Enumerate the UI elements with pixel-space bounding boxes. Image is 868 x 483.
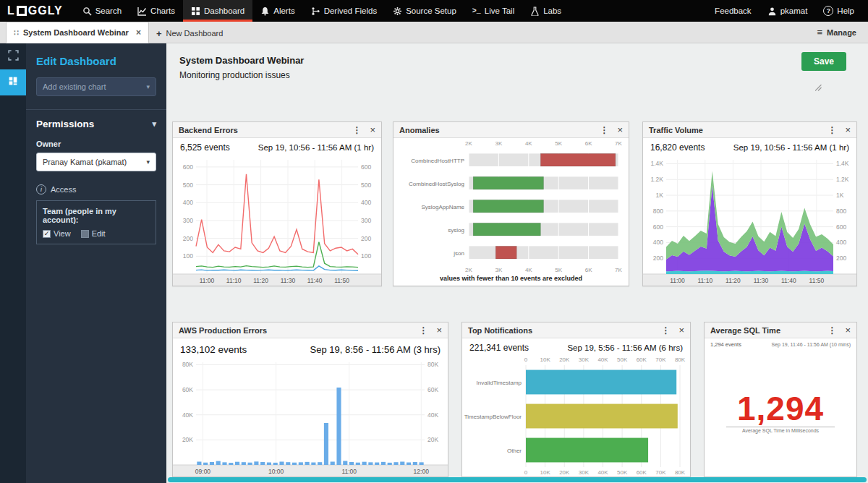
close-panel-icon[interactable]: × (678, 325, 684, 335)
svg-text:600: 600 (183, 163, 193, 171)
view-checkbox[interactable]: ✓ (43, 230, 51, 238)
panel-title: Backend Errors (179, 126, 238, 134)
single-value-display: 1,294 Average SQL Time in Milliseconds (705, 348, 856, 476)
event-count: 221,341 events (469, 343, 529, 353)
svg-text:Other: Other (507, 448, 522, 454)
panel-title: AWS Production Errors (179, 326, 267, 335)
nav-alerts[interactable]: Alerts (252, 0, 302, 22)
nav-label: Dashboard (204, 7, 244, 15)
svg-text:400: 400 (653, 239, 663, 246)
svg-text:11:00: 11:00 (341, 468, 357, 475)
nav-labs[interactable]: Labs (522, 0, 569, 22)
help-icon: ? (823, 6, 833, 16)
panel-anomalies: Anomalies ⋮× 2K2K3K3K4K4K5K5K6K6K7K7KCom… (393, 121, 629, 286)
close-tab-icon[interactable]: × (136, 27, 141, 38)
svg-text:CombinedHostHTTP: CombinedHostHTTP (411, 158, 464, 164)
svg-text:200: 200 (653, 255, 663, 262)
tab-label: New Dashboard (166, 29, 224, 38)
svg-text:5K: 5K (555, 140, 562, 147)
horizontal-scrollbar[interactable] (168, 477, 867, 482)
panel-title: Anomalies (399, 126, 440, 134)
user-menu[interactable]: pkamat (760, 0, 816, 22)
feedback-link[interactable]: Feedback (707, 0, 760, 22)
kebab-menu-icon[interactable]: ⋮ (352, 125, 361, 135)
svg-text:3K: 3K (495, 140, 503, 147)
resize-handle[interactable] (815, 81, 822, 94)
chevron-down-icon: ▾ (152, 119, 156, 129)
help-menu[interactable]: ? Help (815, 0, 862, 22)
add-existing-chart-select[interactable]: Add existing chart ▾ (36, 77, 156, 96)
dashboard-tiles-icon (8, 76, 18, 89)
close-panel-icon[interactable]: × (845, 325, 851, 335)
panel-subheader: 6,525 events Sep 19, 10:56 - 11:56 AM (1… (173, 138, 381, 154)
kebab-menu-icon[interactable]: ⋮ (661, 325, 670, 335)
svg-text:4K: 4K (525, 267, 532, 273)
panel-header: Traffic Volume ⋮× (643, 122, 856, 138)
edit-label: Edit (92, 229, 106, 238)
save-button[interactable]: Save (801, 52, 846, 71)
close-panel-icon[interactable]: × (370, 125, 375, 134)
kebab-menu-icon[interactable]: ⋮ (600, 125, 608, 135)
search-icon (82, 7, 92, 16)
svg-text:10K: 10K (540, 356, 551, 363)
svg-text:60K: 60K (182, 386, 193, 393)
svg-text:20K: 20K (559, 469, 570, 476)
manage-button[interactable]: ≡ Manage (805, 22, 868, 43)
nav-charts[interactable]: Charts (129, 0, 183, 22)
svg-text:500: 500 (361, 181, 371, 189)
svg-text:30K: 30K (579, 469, 590, 476)
svg-text:11:10: 11:10 (226, 277, 242, 284)
close-panel-icon[interactable]: × (436, 325, 442, 335)
kebab-menu-icon[interactable]: ⋮ (827, 125, 836, 135)
close-panel-icon[interactable]: × (617, 125, 623, 134)
primary-nav: Search Charts Dashboard Alerts Derived F… (75, 0, 569, 22)
nav-search[interactable]: Search (75, 0, 129, 22)
svg-text:11:30: 11:30 (754, 277, 769, 284)
nav-dashboard[interactable]: Dashboard (183, 0, 252, 22)
plus-icon: + (156, 28, 162, 39)
svg-text:1.2K: 1.2K (836, 176, 849, 183)
dashboard-tab-bar: ∷ System Dashboard Webinar × + New Dashb… (0, 22, 868, 43)
svg-text:11:10: 11:10 (698, 277, 713, 284)
aws-production-errors-chart: 20K20K40K40K60K60K80K80K09:0010:0011:001… (173, 356, 448, 476)
loggly-logo[interactable]: L GGLY (0, 0, 75, 22)
panel-title: Traffic Volume (649, 126, 703, 134)
permissions-section-header[interactable]: Permissions ▾ (36, 119, 156, 129)
svg-text:7K: 7K (615, 140, 622, 147)
logo-o-icon (17, 6, 27, 16)
event-count: 1,294 events (710, 341, 741, 348)
nav-source-setup[interactable]: Source Setup (385, 0, 464, 22)
panel-header: Anomalies ⋮× (393, 122, 629, 138)
nav-live-tail[interactable]: >_ Live Tail (464, 0, 522, 22)
tab-system-dashboard-webinar[interactable]: ∷ System Dashboard Webinar × (6, 22, 149, 43)
drag-handle-icon: ∷ (14, 28, 19, 38)
svg-text:400: 400 (183, 199, 193, 206)
info-icon[interactable]: i (36, 184, 46, 195)
exclusion-note: values with fewer than 10 events are exc… (393, 274, 629, 286)
edit-checkbox[interactable] (81, 230, 89, 238)
svg-text:syslog: syslog (448, 227, 464, 234)
close-panel-icon[interactable]: × (845, 125, 851, 134)
svg-text:InvalidTimestamp: InvalidTimestamp (477, 380, 522, 386)
time-range: Sep 19, 11:46 - 11:56 AM (10 mins) (772, 342, 851, 347)
svg-text:80K: 80K (675, 469, 686, 476)
edit-dashboard-rail-button[interactable] (0, 69, 26, 95)
svg-text:500: 500 (183, 181, 193, 189)
manage-label: Manage (827, 28, 856, 37)
nav-label: Source Setup (406, 7, 456, 15)
panel-backend-errors: Backend Errors ⋮× 6,525 events Sep 19, 1… (172, 121, 382, 286)
team-label: Team (people in my account): (43, 207, 150, 224)
owner-select[interactable]: Pranay Kamat (pkamat) ▾ (36, 153, 156, 171)
access-row: i Access (36, 184, 156, 195)
collapse-panel-button[interactable] (0, 43, 26, 69)
svg-text:6K: 6K (585, 140, 592, 147)
time-range: Sep 19, 10:56 - 11:56 AM (1 hr) (258, 143, 374, 152)
nav-derived-fields[interactable]: Derived Fields (303, 0, 386, 22)
tab-new-dashboard[interactable]: + New Dashboard (149, 24, 230, 43)
feedback-label: Feedback (715, 7, 752, 15)
nav-label: Alerts (273, 7, 294, 15)
kebab-menu-icon[interactable]: ⋮ (419, 325, 427, 335)
svg-text:60K: 60K (637, 356, 647, 363)
kebab-menu-icon[interactable]: ⋮ (827, 325, 836, 335)
panel-header: AWS Production Errors ⋮× (173, 322, 448, 338)
